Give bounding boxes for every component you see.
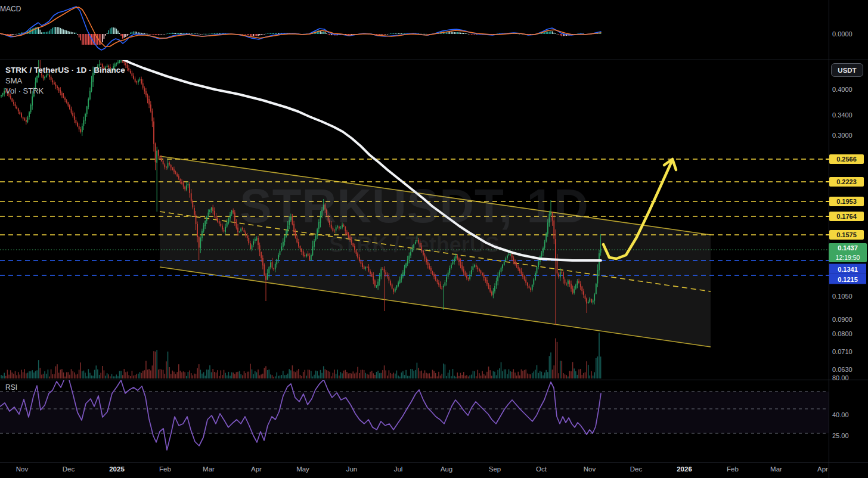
time-tick: 2025	[109, 465, 125, 473]
symbol-legend[interactable]: STRK / TetherUS · 1D · Binance	[5, 65, 125, 75]
time-tick: Dec	[630, 465, 642, 473]
time-tick: May	[296, 465, 309, 473]
currency-toggle-button[interactable]: USDT	[831, 63, 863, 77]
rsi-tick: 80.00	[832, 374, 849, 381]
price-tick: 0.3400	[832, 111, 852, 119]
time-tick: Feb	[159, 465, 171, 473]
time-tick: 2026	[677, 465, 692, 473]
price-tick: 0.0630	[832, 366, 852, 373]
pane-separator	[0, 462, 868, 463]
price-tick: 0.0710	[832, 348, 852, 355]
price-chart-canvas[interactable]	[0, 0, 868, 478]
level-price-label: 0.1215	[829, 274, 866, 284]
bar-countdown: 12:19:50	[829, 253, 867, 262]
price-tick: 0.0800	[832, 330, 852, 337]
time-tick: Mar	[770, 465, 782, 473]
time-tick: Feb	[727, 465, 739, 473]
time-tick: Sep	[489, 465, 501, 473]
last-price-value: 0.1437	[829, 243, 867, 253]
time-tick: Oct	[536, 465, 547, 473]
volume-legend[interactable]: Vol · STRK	[5, 86, 44, 96]
time-tick: Dec	[63, 465, 75, 473]
level-price-label: 0.1575	[829, 230, 864, 240]
pane-separator[interactable]	[0, 60, 868, 60]
pane-separator[interactable]	[0, 380, 868, 380]
time-tick: Mar	[203, 465, 215, 473]
time-tick: Apr	[817, 465, 828, 473]
rsi-tick: 25.00	[832, 432, 849, 439]
level-price-label: 0.1953	[829, 197, 864, 206]
sma-legend[interactable]: SMA	[5, 76, 22, 86]
macd-indicator-label[interactable]: MACD	[0, 5, 21, 13]
rsi-indicator-label[interactable]: RSI	[5, 383, 17, 392]
level-price-label: 0.2566	[829, 154, 864, 164]
time-tick: Jul	[394, 465, 403, 473]
time-tick: Nov	[584, 465, 596, 473]
time-tick: Jun	[346, 465, 358, 473]
level-price-label: 0.1764	[829, 212, 864, 221]
level-price-label: 0.2223	[829, 177, 864, 187]
rsi-tick: 40.00	[832, 411, 849, 418]
level-price-label: 0.1341	[829, 264, 866, 274]
time-tick: Aug	[441, 465, 452, 473]
price-tick: 0.0900	[832, 316, 852, 323]
time-tick: Nov	[16, 465, 28, 473]
time-tick: Apr	[251, 465, 262, 473]
last-price-label: 0.1437 12:19:50	[829, 243, 867, 262]
trading-chart-window: STRKUSDT, 1D STRK / TetherUS MACD STRK /…	[0, 0, 868, 478]
price-tick: 0.3000	[832, 132, 852, 139]
price-tick: 0.1050	[832, 293, 852, 300]
macd-axis-value: 0.0000	[832, 30, 852, 38]
price-tick: 0.4000	[832, 86, 852, 93]
